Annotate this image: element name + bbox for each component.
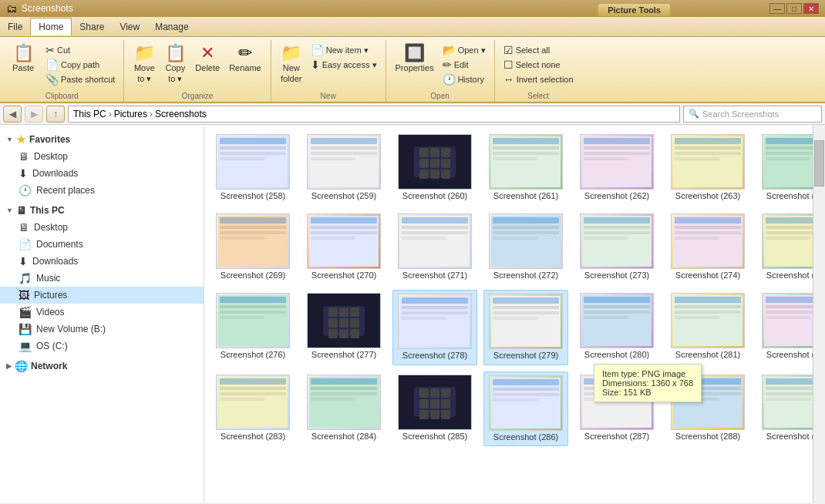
file-thumbnail bbox=[398, 294, 472, 349]
file-item[interactable]: Screenshot (260) bbox=[392, 131, 477, 204]
address-breadcrumb[interactable]: This PC › Pictures › Screenshots bbox=[68, 106, 680, 123]
thispc-triangle: ▼ bbox=[6, 207, 13, 214]
menu-home[interactable]: Home bbox=[30, 18, 72, 35]
sidebar-item-osc[interactable]: 💻 OS (C:) bbox=[0, 338, 204, 354]
back-button[interactable]: ◀ bbox=[3, 106, 22, 123]
search-box[interactable]: 🔍 Search Screenshots bbox=[683, 106, 822, 123]
sidebar-item-music[interactable]: 🎵 Music bbox=[0, 270, 204, 287]
minimize-button[interactable]: — bbox=[769, 3, 785, 14]
paste-shortcut-button[interactable]: 📎 Paste shortcut bbox=[43, 72, 117, 86]
file-item[interactable]: Screenshot (281) bbox=[665, 290, 750, 365]
select-all-icon: ☑ bbox=[503, 44, 514, 56]
file-item[interactable]: Screenshot (263) bbox=[665, 131, 750, 204]
file-name: Screenshot (286) bbox=[493, 432, 558, 442]
move-to-button[interactable]: 📁 Move to ▾ bbox=[130, 43, 158, 86]
sidebar-item-downloads-fav[interactable]: ⬇ Downloads bbox=[0, 165, 204, 182]
close-button[interactable]: ✕ bbox=[803, 3, 819, 14]
file-item[interactable]: Screenshot (283) bbox=[210, 371, 295, 446]
up-button[interactable]: ↑ bbox=[46, 106, 65, 123]
file-item[interactable]: Screenshot (261) bbox=[483, 131, 568, 204]
file-name: Screenshot (261) bbox=[493, 191, 558, 201]
picture-tools-tab[interactable]: Picture Tools bbox=[598, 3, 671, 16]
file-item[interactable]: Screenshot (272) bbox=[483, 210, 568, 284]
file-item[interactable]: Screenshot (278) bbox=[392, 290, 477, 365]
ribbon-group-open: 🔲 Properties 📂 Open ▾ ✏ Edit 🕐 History bbox=[386, 40, 495, 102]
copy-to-button[interactable]: 📋 Copy to ▾ bbox=[161, 43, 189, 86]
file-item[interactable]: Screenshot (288) bbox=[665, 371, 750, 446]
file-item[interactable]: Screenshot (286) bbox=[483, 371, 568, 446]
edit-icon: ✏ bbox=[443, 59, 452, 71]
sidebar-item-downloads[interactable]: ⬇ Downloads bbox=[0, 253, 204, 270]
sidebar-item-videos[interactable]: 🎬 Videos bbox=[0, 304, 204, 321]
sidebar-item-desktop-fav[interactable]: 🖥 Desktop bbox=[0, 148, 204, 165]
file-item[interactable]: Screenshot (269) bbox=[210, 210, 295, 284]
breadcrumb-screenshots[interactable]: Screenshots bbox=[155, 109, 207, 119]
copy-path-button[interactable]: 📄 Copy path bbox=[43, 58, 117, 72]
sidebar-item-pictures[interactable]: 🖼 Pictures bbox=[0, 287, 204, 304]
invert-selection-button[interactable]: ↔ Invert selection bbox=[501, 72, 576, 86]
file-item[interactable]: Screenshot (276) bbox=[210, 290, 295, 365]
menu-view[interactable]: View bbox=[112, 18, 147, 35]
file-item[interactable]: Screenshot (277) bbox=[301, 290, 386, 365]
file-item[interactable]: Screenshot (279) bbox=[483, 290, 568, 365]
new-item-button[interactable]: 📄 New item ▾ bbox=[308, 43, 379, 57]
sidebar-item-recent[interactable]: 🕐 Recent places bbox=[0, 182, 204, 199]
new-secondary: 📄 New item ▾ ⬇ Easy access ▾ bbox=[308, 43, 379, 72]
ribbon-group-select: ☑ Select all ☐ Select none ↔ Invert sele… bbox=[495, 40, 582, 102]
network-header[interactable]: ▶ 🌐 Network bbox=[0, 358, 204, 375]
forward-button[interactable]: ▶ bbox=[25, 106, 43, 123]
properties-icon: 🔲 bbox=[404, 45, 425, 62]
file-grid-container[interactable]: Screenshot (258) Screenshot (259) Screen… bbox=[204, 125, 825, 502]
file-item[interactable]: Screenshot (287) bbox=[574, 371, 659, 446]
scrollbar-thumb[interactable] bbox=[814, 140, 824, 186]
file-item[interactable]: Screenshot (273) bbox=[574, 210, 659, 284]
sidebar-item-documents[interactable]: 📄 Documents bbox=[0, 236, 204, 253]
file-item[interactable]: Screenshot (259) bbox=[301, 131, 386, 204]
music-icon: 🎵 bbox=[19, 272, 32, 284]
file-item[interactable]: Screenshot (258) bbox=[210, 131, 295, 204]
file-thumbnail bbox=[489, 134, 563, 190]
sidebar-item-newvolume[interactable]: 💾 New Volume (B:) bbox=[0, 321, 204, 338]
file-item[interactable]: Screenshot (274) bbox=[665, 210, 750, 284]
favorites-header[interactable]: ▼ ★ Favorites bbox=[0, 131, 204, 148]
breadcrumb-pictures[interactable]: Pictures bbox=[114, 109, 147, 119]
move-to-icon: 📁 bbox=[134, 45, 155, 62]
thispc-header[interactable]: ▼ 🖥 This PC bbox=[0, 202, 204, 219]
network-icon: 🌐 bbox=[15, 360, 28, 372]
file-item[interactable]: Screenshot (262) bbox=[574, 131, 659, 204]
favorites-section: ▼ ★ Favorites 🖥 Desktop ⬇ Downloads 🕐 Re… bbox=[0, 131, 204, 199]
clipboard-group-label: Clipboard bbox=[45, 90, 79, 100]
file-item[interactable]: Screenshot (271) bbox=[392, 210, 477, 284]
edit-button[interactable]: ✏ Edit bbox=[440, 58, 488, 72]
copy-path-label: Copy path bbox=[61, 60, 99, 69]
maximize-button[interactable]: □ bbox=[786, 3, 802, 14]
properties-button[interactable]: 🔲 Properties bbox=[392, 43, 437, 74]
cut-button[interactable]: ✂ Cut bbox=[43, 43, 117, 57]
scrollbar[interactable] bbox=[813, 125, 825, 502]
file-item[interactable]: Screenshot (280) bbox=[574, 290, 659, 365]
file-item[interactable]: Screenshot (284) bbox=[301, 371, 386, 446]
file-thumbnail bbox=[489, 375, 563, 431]
select-none-label: Select none bbox=[516, 60, 561, 69]
open-button[interactable]: 📂 Open ▾ bbox=[440, 43, 488, 57]
breadcrumb-thispc[interactable]: This PC bbox=[73, 109, 106, 119]
paste-button[interactable]: 📋 Paste bbox=[6, 43, 40, 74]
file-name: Screenshot (258) bbox=[221, 191, 285, 201]
easy-access-label: Easy access ▾ bbox=[322, 60, 377, 70]
menu-manage[interactable]: Manage bbox=[147, 18, 196, 35]
new-folder-button[interactable]: 📁 New folder bbox=[278, 43, 305, 85]
file-thumbnail bbox=[489, 213, 563, 269]
history-button[interactable]: 🕐 History bbox=[440, 72, 488, 86]
easy-access-button[interactable]: ⬇ Easy access ▾ bbox=[308, 58, 379, 72]
menu-share[interactable]: Share bbox=[72, 18, 112, 35]
rename-button[interactable]: ✏ Rename bbox=[226, 43, 264, 74]
select-none-button[interactable]: ☐ Select none bbox=[501, 58, 576, 72]
select-all-button[interactable]: ☑ Select all bbox=[501, 43, 576, 57]
delete-button[interactable]: ✕ Delete bbox=[192, 43, 223, 74]
sidebar-label-documents: Documents bbox=[36, 239, 83, 250]
sidebar-item-desktop[interactable]: 🖥 Desktop bbox=[0, 219, 204, 236]
file-item[interactable]: Screenshot (285) bbox=[392, 371, 477, 446]
menu-file[interactable]: File bbox=[0, 18, 30, 35]
thumb-preview bbox=[399, 375, 471, 429]
file-item[interactable]: Screenshot (270) bbox=[301, 210, 386, 284]
